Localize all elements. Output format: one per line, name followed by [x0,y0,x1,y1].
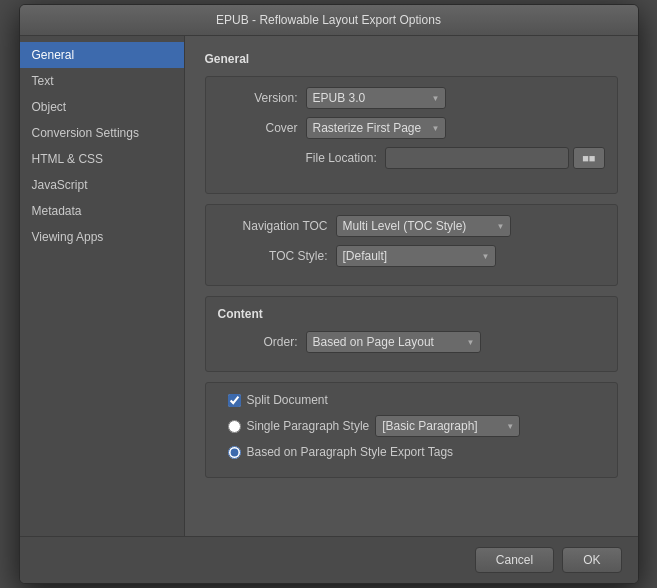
dialog: EPUB - Reflowable Layout Export Options … [19,4,639,584]
title-bar-text: EPUB - Reflowable Layout Export Options [216,13,441,27]
split-document-row: Split Document [228,393,605,407]
order-select[interactable]: Based on Page Layout Same as Articles Pa… [306,331,481,353]
order-row: Order: Based on Page Layout Same as Arti… [218,331,605,353]
single-paragraph-select[interactable]: [Basic Paragraph] None [375,415,520,437]
sidebar: General Text Object Conversion Settings … [20,36,185,536]
single-paragraph-select-wrapper: [Basic Paragraph] None [375,415,520,437]
content-group: Content Order: Based on Page Layout Same… [205,296,618,372]
cancel-button[interactable]: Cancel [475,547,554,573]
cover-select[interactable]: Rasterize First Page None First Page [306,117,446,139]
main-content: General Version: EPUB 3.0 EPUB 2.0 Cover [185,36,638,536]
split-doc-group: Split Document Single Paragraph Style [B… [205,382,618,478]
toc-style-label: TOC Style: [218,249,328,263]
content-section-title: Content [218,307,605,321]
general-section-title: General [205,52,618,66]
browse-button[interactable]: ■■ [573,147,604,169]
toc-style-select[interactable]: [Default] Custom [336,245,496,267]
single-paragraph-radio[interactable] [228,420,241,433]
dialog-footer: Cancel OK [20,536,638,583]
toc-style-row: TOC Style: [Default] Custom [218,245,605,267]
sidebar-item-html-css[interactable]: HTML & CSS [20,146,184,172]
cover-row: Cover Rasterize First Page None First Pa… [218,117,605,139]
order-label: Order: [218,335,298,349]
sidebar-item-general[interactable]: General [20,42,184,68]
navigation-toc-row: Navigation TOC Multi Level (TOC Style) S… [218,215,605,237]
toc-group: Navigation TOC Multi Level (TOC Style) S… [205,204,618,286]
navigation-toc-select[interactable]: Multi Level (TOC Style) Single Level Non… [336,215,511,237]
cover-label: Cover [218,121,298,135]
navigation-toc-select-wrapper: Multi Level (TOC Style) Single Level Non… [336,215,511,237]
file-location-row: File Location: ■■ [306,147,605,169]
version-row: Version: EPUB 3.0 EPUB 2.0 [218,87,605,109]
split-document-label: Split Document [247,393,328,407]
based-on-paragraph-row: Based on Paragraph Style Export Tags [228,445,605,459]
based-on-paragraph-radio[interactable] [228,446,241,459]
sidebar-item-javascript[interactable]: JavaScript [20,172,184,198]
file-location-input[interactable] [385,147,569,169]
toc-style-select-wrapper: [Default] Custom [336,245,496,267]
sidebar-item-viewing-apps[interactable]: Viewing Apps [20,224,184,250]
title-bar: EPUB - Reflowable Layout Export Options [20,5,638,36]
dialog-body: General Text Object Conversion Settings … [20,36,638,536]
file-location-label: File Location: [306,151,377,165]
sidebar-item-metadata[interactable]: Metadata [20,198,184,224]
based-on-paragraph-label: Based on Paragraph Style Export Tags [247,445,454,459]
split-document-checkbox[interactable] [228,394,241,407]
cover-select-wrapper: Rasterize First Page None First Page [306,117,446,139]
version-label: Version: [218,91,298,105]
single-paragraph-row: Single Paragraph Style [Basic Paragraph]… [228,415,605,437]
version-cover-group: Version: EPUB 3.0 EPUB 2.0 Cover Rasteri… [205,76,618,194]
navigation-toc-label: Navigation TOC [218,219,328,233]
single-paragraph-label: Single Paragraph Style [247,419,370,433]
version-select[interactable]: EPUB 3.0 EPUB 2.0 [306,87,446,109]
ok-button[interactable]: OK [562,547,621,573]
sidebar-item-conversion-settings[interactable]: Conversion Settings [20,120,184,146]
order-select-wrapper: Based on Page Layout Same as Articles Pa… [306,331,481,353]
sidebar-item-object[interactable]: Object [20,94,184,120]
sidebar-item-text[interactable]: Text [20,68,184,94]
version-select-wrapper: EPUB 3.0 EPUB 2.0 [306,87,446,109]
